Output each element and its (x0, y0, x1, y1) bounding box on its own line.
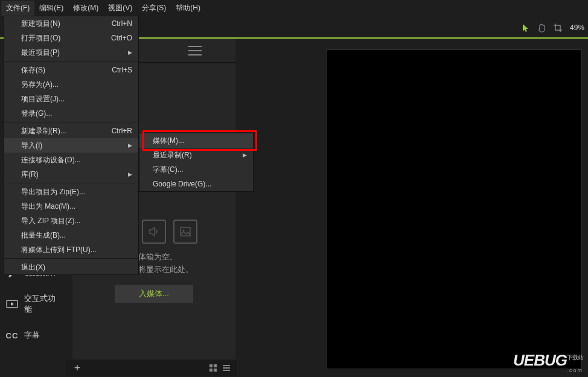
rail-interactive[interactable]: 交互式功能 (0, 286, 66, 322)
menu-upload-ftp[interactable]: 将媒体上传到 FTP(U)... (4, 242, 138, 257)
menu-save-as[interactable]: 另存为(A)... (4, 77, 138, 92)
svg-rect-7 (223, 365, 230, 366)
menu-exit[interactable]: 退出(X) (4, 260, 138, 274)
zoom-level[interactable]: 49% (570, 24, 584, 32)
file-dropdown: 新建项目(N)Ctrl+N 打开项目(O)Ctrl+O 最近项目(P)▶ 保存(… (4, 16, 139, 275)
chevron-right-icon: ▶ (243, 152, 247, 158)
menu-separator (4, 183, 138, 183)
svg-rect-8 (223, 367, 230, 369)
rail-label: 交互式功能 (24, 293, 60, 315)
menu-export-mac[interactable]: 导出为 Mac(M)... (4, 199, 138, 214)
cursor-icon[interactable] (520, 22, 532, 34)
menu-new-recording[interactable]: 新建录制(R)...Ctrl+R (4, 124, 138, 138)
media-bottom-bar: + (66, 360, 237, 376)
menu-edit[interactable]: 编辑(E) (34, 1, 68, 16)
menu-connect-device[interactable]: 连接移动设备(D)... (4, 153, 138, 167)
hand-icon[interactable] (536, 22, 548, 34)
crop-icon[interactable] (552, 22, 564, 34)
menu-bar: 文件(F) 编辑(E) 修改(M) 视图(V) 分享(S) 帮助(H) (0, 0, 588, 16)
menu-login[interactable]: 登录(G)... (4, 106, 138, 121)
svg-rect-9 (223, 370, 230, 371)
menu-view[interactable]: 视图(V) (103, 1, 137, 16)
interact-icon (6, 298, 18, 310)
menu-import[interactable]: 导入(I)▶ (4, 138, 138, 153)
menu-save[interactable]: 保存(S)Ctrl+S (4, 63, 138, 77)
menu-new-project[interactable]: 新建项目(N)Ctrl+N (4, 16, 138, 31)
import-submenu: 媒体(M)... 最近录制(R)▶ 字幕(C)... Google Drive(… (139, 133, 254, 192)
menu-export-zip[interactable]: 导出项目为 Zip(E)... (4, 185, 138, 199)
preview-toolbar: 49% (520, 18, 588, 37)
watermark: UEBUG下载站 .com (513, 351, 583, 373)
submenu-google-drive[interactable]: Google Drive(G)... (139, 177, 253, 191)
menu-recent-projects[interactable]: 最近项目(P)▶ (4, 45, 138, 60)
chevron-right-icon: ▶ (128, 171, 132, 177)
svg-rect-4 (214, 364, 217, 367)
submenu-media[interactable]: 媒体(M)... (139, 133, 253, 148)
menu-file[interactable]: 文件(F) (1, 1, 34, 16)
add-button[interactable]: + (71, 362, 83, 374)
menu-batch[interactable]: 批量生成(B)... (4, 228, 138, 242)
menu-library[interactable]: 库(R)▶ (4, 167, 138, 182)
menu-open-project[interactable]: 打开项目(O)Ctrl+O (4, 31, 138, 45)
svg-rect-6 (214, 369, 217, 372)
menu-separator (4, 122, 138, 122)
svg-rect-3 (209, 364, 213, 367)
view-toggle (208, 363, 232, 373)
chevron-right-icon: ▶ (128, 142, 132, 148)
cc-icon: CC (6, 329, 18, 341)
audio-icon (142, 220, 166, 244)
grid-view-icon[interactable] (208, 363, 219, 373)
media-tab-list[interactable] (154, 39, 235, 62)
menu-separator (4, 61, 138, 62)
rail-cc[interactable]: CC 字幕 (0, 322, 66, 349)
list-icon (188, 46, 202, 55)
menu-help[interactable]: 帮助(H) (171, 1, 205, 16)
chevron-right-icon: ▶ (128, 49, 132, 55)
menu-modify[interactable]: 修改(M) (68, 1, 103, 16)
menu-import-zip[interactable]: 导入 ZIP 项目(Z)... (4, 214, 138, 228)
svg-rect-1 (181, 227, 190, 236)
submenu-recent-recording[interactable]: 最近录制(R)▶ (139, 148, 253, 162)
image-icon (173, 220, 197, 244)
submenu-captions[interactable]: 字幕(C)... (139, 162, 253, 177)
import-media-button[interactable]: 入媒体... (115, 285, 193, 303)
preview-canvas[interactable] (326, 49, 582, 369)
list-view-icon[interactable] (221, 363, 232, 373)
rail-label: 字幕 (24, 330, 40, 341)
menu-project-settings[interactable]: 项目设置(J)... (4, 92, 138, 106)
menu-share[interactable]: 分享(S) (137, 1, 171, 16)
menu-separator (4, 258, 138, 259)
svg-rect-5 (209, 369, 213, 372)
